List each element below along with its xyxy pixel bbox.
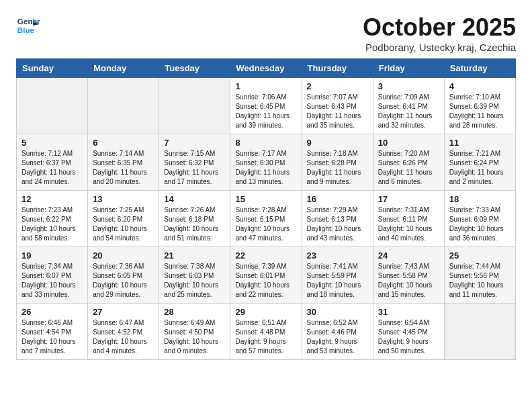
day-info: Sunrise: 7:34 AM Sunset: 6:07 PM Dayligh… (21, 262, 83, 300)
title-area: October 2025 Podborany, Ustecky kraj, Cz… (363, 13, 516, 53)
day-info: Sunrise: 7:09 AM Sunset: 6:41 PM Dayligh… (378, 93, 439, 130)
day-number: 12 (21, 194, 83, 204)
day-cell: 16Sunrise: 7:29 AM Sunset: 6:13 PM Dayli… (302, 191, 373, 247)
day-info: Sunrise: 6:46 AM Sunset: 4:54 PM Dayligh… (21, 318, 83, 356)
logo: General Blue (16, 13, 40, 38)
day-cell (159, 78, 230, 134)
day-info: Sunrise: 6:54 AM Sunset: 4:45 PM Dayligh… (378, 318, 439, 356)
day-cell: 19Sunrise: 7:34 AM Sunset: 6:07 PM Dayli… (17, 247, 88, 304)
day-info: Sunrise: 7:07 AM Sunset: 6:43 PM Dayligh… (307, 93, 368, 130)
day-cell (17, 78, 88, 134)
day-info: Sunrise: 7:41 AM Sunset: 5:59 PM Dayligh… (307, 262, 368, 300)
weekday-header-monday: Monday (88, 59, 159, 78)
day-number: 13 (93, 194, 154, 204)
day-number: 25 (449, 250, 511, 261)
day-number: 21 (164, 250, 225, 261)
weekday-header-wednesday: Wednesday (230, 59, 302, 78)
day-info: Sunrise: 7:31 AM Sunset: 6:11 PM Dayligh… (378, 205, 439, 243)
day-number: 9 (307, 138, 368, 148)
day-number: 26 (21, 307, 83, 317)
day-number: 15 (235, 194, 296, 204)
svg-text:Blue: Blue (17, 26, 35, 34)
day-number: 31 (378, 307, 439, 317)
week-row-1: 1Sunrise: 7:06 AM Sunset: 6:45 PM Daylig… (17, 78, 516, 134)
day-number: 2 (307, 81, 368, 91)
day-cell: 3Sunrise: 7:09 AM Sunset: 6:41 PM Daylig… (373, 78, 444, 134)
day-number: 27 (93, 307, 154, 317)
day-number: 7 (164, 138, 225, 148)
day-number: 30 (307, 307, 368, 317)
day-info: Sunrise: 7:36 AM Sunset: 6:05 PM Dayligh… (93, 262, 154, 300)
day-cell: 1Sunrise: 7:06 AM Sunset: 6:45 PM Daylig… (230, 78, 302, 134)
day-cell: 17Sunrise: 7:31 AM Sunset: 6:11 PM Dayli… (373, 191, 444, 247)
day-info: Sunrise: 7:12 AM Sunset: 6:37 PM Dayligh… (21, 149, 83, 187)
day-number: 16 (307, 194, 368, 204)
weekday-header-friday: Friday (373, 59, 444, 78)
day-number: 24 (378, 250, 439, 261)
day-info: Sunrise: 6:51 AM Sunset: 4:48 PM Dayligh… (235, 318, 296, 356)
day-info: Sunrise: 7:10 AM Sunset: 6:39 PM Dayligh… (449, 93, 511, 130)
day-cell: 12Sunrise: 7:23 AM Sunset: 6:22 PM Dayli… (17, 191, 88, 247)
day-cell: 4Sunrise: 7:10 AM Sunset: 6:39 PM Daylig… (444, 78, 515, 134)
day-number: 3 (378, 81, 439, 91)
day-info: Sunrise: 6:47 AM Sunset: 4:52 PM Dayligh… (93, 318, 154, 356)
day-info: Sunrise: 7:21 AM Sunset: 6:24 PM Dayligh… (449, 149, 511, 187)
day-cell: 10Sunrise: 7:20 AM Sunset: 6:26 PM Dayli… (373, 134, 444, 191)
day-cell: 29Sunrise: 6:51 AM Sunset: 4:48 PM Dayli… (230, 304, 302, 360)
day-cell: 18Sunrise: 7:33 AM Sunset: 6:09 PM Dayli… (444, 191, 515, 247)
day-info: Sunrise: 6:52 AM Sunset: 4:46 PM Dayligh… (307, 318, 368, 356)
location-title: Podborany, Ustecky kraj, Czechia (363, 42, 516, 53)
week-row-5: 26Sunrise: 6:46 AM Sunset: 4:54 PM Dayli… (17, 304, 516, 360)
day-cell: 13Sunrise: 7:25 AM Sunset: 6:20 PM Dayli… (88, 191, 159, 247)
weekday-header-saturday: Saturday (444, 59, 515, 78)
day-cell: 6Sunrise: 7:14 AM Sunset: 6:35 PM Daylig… (88, 134, 159, 191)
day-number: 22 (235, 250, 296, 261)
day-info: Sunrise: 7:44 AM Sunset: 5:56 PM Dayligh… (449, 262, 511, 300)
calendar-table: SundayMondayTuesdayWednesdayThursdayFrid… (16, 58, 516, 360)
day-cell: 25Sunrise: 7:44 AM Sunset: 5:56 PM Dayli… (444, 247, 515, 304)
day-cell: 14Sunrise: 7:26 AM Sunset: 6:18 PM Dayli… (159, 191, 230, 247)
day-number: 11 (449, 138, 511, 148)
week-row-3: 12Sunrise: 7:23 AM Sunset: 6:22 PM Dayli… (17, 191, 516, 247)
day-info: Sunrise: 7:14 AM Sunset: 6:35 PM Dayligh… (93, 149, 154, 187)
day-info: Sunrise: 7:18 AM Sunset: 6:28 PM Dayligh… (307, 149, 368, 187)
day-info: Sunrise: 7:25 AM Sunset: 6:20 PM Dayligh… (93, 205, 154, 243)
page-header: General Blue October 2025 Podborany, Ust… (16, 13, 516, 53)
day-info: Sunrise: 7:38 AM Sunset: 6:03 PM Dayligh… (164, 262, 225, 300)
day-number: 20 (93, 250, 154, 261)
day-cell: 15Sunrise: 7:28 AM Sunset: 6:15 PM Dayli… (230, 191, 302, 247)
day-info: Sunrise: 7:23 AM Sunset: 6:22 PM Dayligh… (21, 205, 83, 243)
weekday-header-thursday: Thursday (302, 59, 373, 78)
day-info: Sunrise: 7:33 AM Sunset: 6:09 PM Dayligh… (449, 205, 511, 243)
day-cell: 5Sunrise: 7:12 AM Sunset: 6:37 PM Daylig… (17, 134, 88, 191)
day-number: 4 (449, 81, 511, 91)
day-cell: 26Sunrise: 6:46 AM Sunset: 4:54 PM Dayli… (17, 304, 88, 360)
day-cell: 9Sunrise: 7:18 AM Sunset: 6:28 PM Daylig… (302, 134, 373, 191)
week-row-4: 19Sunrise: 7:34 AM Sunset: 6:07 PM Dayli… (17, 247, 516, 304)
day-info: Sunrise: 7:28 AM Sunset: 6:15 PM Dayligh… (235, 205, 296, 243)
day-number: 5 (21, 138, 83, 148)
day-number: 6 (93, 138, 154, 148)
day-number: 10 (378, 138, 439, 148)
day-cell: 30Sunrise: 6:52 AM Sunset: 4:46 PM Dayli… (302, 304, 373, 360)
day-info: Sunrise: 7:06 AM Sunset: 6:45 PM Dayligh… (235, 93, 296, 130)
day-cell: 23Sunrise: 7:41 AM Sunset: 5:59 PM Dayli… (302, 247, 373, 304)
month-title: October 2025 (363, 13, 516, 42)
day-cell: 24Sunrise: 7:43 AM Sunset: 5:58 PM Dayli… (373, 247, 444, 304)
day-cell: 8Sunrise: 7:17 AM Sunset: 6:30 PM Daylig… (230, 134, 302, 191)
day-info: Sunrise: 7:17 AM Sunset: 6:30 PM Dayligh… (235, 149, 296, 187)
day-info: Sunrise: 7:15 AM Sunset: 6:32 PM Dayligh… (164, 149, 225, 187)
weekday-header-row: SundayMondayTuesdayWednesdayThursdayFrid… (17, 59, 516, 78)
day-cell: 31Sunrise: 6:54 AM Sunset: 4:45 PM Dayli… (373, 304, 444, 360)
day-info: Sunrise: 7:43 AM Sunset: 5:58 PM Dayligh… (378, 262, 439, 300)
weekday-header-sunday: Sunday (17, 59, 88, 78)
day-number: 1 (235, 81, 296, 91)
day-cell: 2Sunrise: 7:07 AM Sunset: 6:43 PM Daylig… (302, 78, 373, 134)
day-info: Sunrise: 7:26 AM Sunset: 6:18 PM Dayligh… (164, 205, 225, 243)
day-number: 23 (307, 250, 368, 261)
day-cell (444, 304, 515, 360)
day-cell: 21Sunrise: 7:38 AM Sunset: 6:03 PM Dayli… (159, 247, 230, 304)
day-cell: 20Sunrise: 7:36 AM Sunset: 6:05 PM Dayli… (88, 247, 159, 304)
day-number: 8 (235, 138, 296, 148)
day-number: 14 (164, 194, 225, 204)
